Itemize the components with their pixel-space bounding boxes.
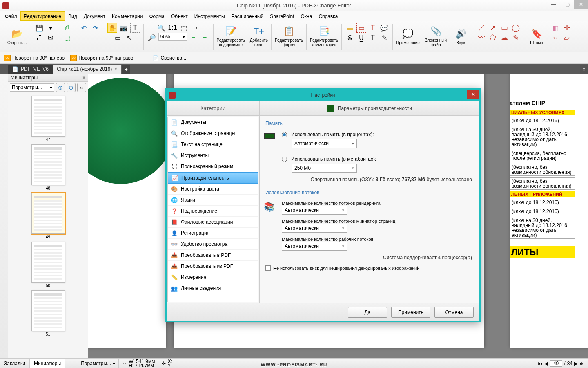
snapshot-icon[interactable]: 📷 [119,23,129,33]
render-threads-combo[interactable]: Автоматически▾ [282,206,347,215]
category-item-15[interactable]: 👥Личные сведения [168,283,258,294]
redo-icon[interactable]: ↷ [91,23,100,33]
underline-icon[interactable]: U̲ [356,33,366,43]
undo-icon[interactable]: ↶ [79,23,89,33]
next-page-icon[interactable]: ▶ [574,361,578,366]
edit-comments-button[interactable]: 📑Редактировать комментарии [307,22,341,51]
edit-form-button[interactable]: 📋Редактировать форму [272,22,305,51]
minimize-button[interactable]: — [546,0,560,9]
category-item-11[interactable]: 👓Удобство просмотра [168,239,258,250]
category-item-14[interactable]: 📏Измерения [168,272,258,283]
strikeout-icon[interactable]: S̶ [345,33,355,43]
text-box-icon[interactable]: T [368,23,378,33]
close-button[interactable]: ✕ [574,0,588,9]
area-icon[interactable]: ▱ [562,33,572,43]
properties-button[interactable]: 📄Свойства... [153,55,186,61]
category-item-0[interactable]: 📄Документы [168,117,258,128]
page-input[interactable]: 49 [550,360,562,367]
status-options[interactable]: Параметры...▾ [78,359,119,368]
add-text-button[interactable]: T+Добавить текст [247,22,270,51]
thumb-zoom-out-icon[interactable]: ⊖ [67,83,76,92]
menu-item-8[interactable]: Расширенный [228,11,267,21]
oval-shape-icon[interactable]: ◯ [511,23,521,33]
first-page-icon[interactable]: ⏮ [538,361,543,366]
rect-shape-icon[interactable]: ▭ [499,23,509,33]
mail-icon[interactable]: ✉ [46,33,56,43]
select-icon[interactable]: ▭ [113,33,123,43]
tab-add-button[interactable]: + [122,65,130,74]
category-item-7[interactable]: 🌐Языки [168,195,258,206]
bookmarks-tab[interactable]: Закладки [0,359,30,368]
category-item-5[interactable]: 📈Производительность [168,172,258,184]
categories-list[interactable]: 📄Документы🔍Отображение страницы📃Текст на… [167,117,258,302]
pointer-icon[interactable]: ↖ [125,33,134,43]
maximize-button[interactable]: ▢ [560,0,574,9]
polygon-shape-icon[interactable]: ⬠ [488,33,498,43]
save-dropdown-icon[interactable]: ▾ [46,23,56,33]
thumb-more-icon[interactable]: » [77,83,86,92]
menu-item-11[interactable]: Справка [315,11,341,21]
last-page-icon[interactable]: ⏭ [579,361,584,366]
thumbnails-tab[interactable]: Миниатюры [30,359,65,368]
arrow-shape-icon[interactable]: ↗ [488,23,498,33]
cloud-shape-icon[interactable]: ☁ [499,33,509,43]
text-callout-icon[interactable]: ✎ [379,33,389,43]
category-item-13[interactable]: 📤Преобразовать из PDF [168,261,258,272]
memory-mb-radio[interactable] [282,157,287,162]
doc-tab-inactive[interactable]: 📄PDF_VE_V6 [8,65,53,74]
zoom-plus-icon[interactable]: + [200,33,210,43]
thumb-zoom-in-icon[interactable]: ⊕ [56,83,65,92]
zoom-out-icon[interactable]: 🔍 [156,23,166,33]
pencil-shape-icon[interactable]: ✎ [511,33,521,43]
thumbnail-page-51[interactable]: 51 [31,290,65,337]
select-text-icon[interactable]: T [130,23,140,33]
tab-overflow-close-icon[interactable]: × [580,65,588,74]
save-icon[interactable]: 💾 [34,23,44,33]
measure-icon[interactable]: ✛ [562,23,572,33]
dialog-close-button[interactable]: ✕ [467,90,479,99]
note-button[interactable]: 💭Примечание [394,22,422,51]
distance-icon[interactable]: ↔ [550,33,560,43]
apply-button[interactable]: Применить [391,307,430,318]
menu-item-4[interactable]: Комментарии [109,11,146,21]
zoom-minus-icon[interactable]: − [189,33,198,43]
tab-close-icon[interactable]: × [114,66,117,72]
hand-tool-icon[interactable]: ✋ [107,23,117,33]
thumbnail-page-50[interactable]: 50 [31,242,65,288]
attachment-button[interactable]: 📎Вложенный файл [422,22,449,51]
callout-icon[interactable]: 💬 [379,23,389,33]
polyline-shape-icon[interactable]: 〰 [477,33,486,43]
stamp-button[interactable]: 🔖Штамп [525,22,548,51]
doc-tab-active[interactable]: Chip №11 (ноябрь 2016)× [53,65,121,74]
rotate-left-button[interactable]: 90Поворот на 90° налево [4,55,65,61]
eraser-icon[interactable]: ◧ [550,23,560,33]
line-shape-icon[interactable]: ／ [477,23,486,33]
category-item-12[interactable]: 📥Преобразовать в PDF [168,250,258,261]
thumb-threads-combo[interactable]: Автоматически▾ [282,224,347,233]
edit-content-button[interactable]: 📝Редактировать содержимое [214,22,247,51]
sound-button[interactable]: 🔊Звук [449,22,472,51]
menu-item-3[interactable]: Документ [80,11,109,21]
prev-page-icon[interactable]: ◀ [544,361,548,366]
thumbnails-options-dropdown[interactable]: Параметры...▾ [10,83,54,92]
menu-item-5[interactable]: Форма [146,11,167,21]
rotate-right-button[interactable]: 90Поворот на 90° направо [70,55,133,61]
category-item-3[interactable]: 🔧Иструменты [168,150,258,161]
zoom-combo[interactable]: 50%▾ [158,33,187,41]
work-threads-combo[interactable]: Автоматически▾ [282,242,347,251]
menu-item-7[interactable]: Инструменты [191,11,228,21]
thumbnail-page-49[interactable]: 49 [31,193,65,239]
no-disk-cache-checkbox[interactable] [265,265,271,271]
cancel-button[interactable]: Отмена [434,307,474,318]
memory-percent-combo[interactable]: Автоматически▾ [292,139,357,148]
thumbnail-page-47[interactable]: 47 [31,96,65,142]
highlight-icon[interactable]: ▬ [345,23,355,33]
category-item-6[interactable]: 🎨Настройка цвета [168,184,258,195]
category-item-8[interactable]: ❓Подтверждение [168,206,258,217]
ok-button[interactable]: Да [348,307,387,318]
memory-mb-combo[interactable]: 250 Мб▾ [292,164,357,173]
menu-item-6[interactable]: Объект [168,11,191,21]
page-width-icon[interactable]: ↔ [191,23,200,33]
ocr-icon[interactable]: ⬚ [62,33,72,43]
category-item-10[interactable]: 👤Регистрация [168,228,258,239]
